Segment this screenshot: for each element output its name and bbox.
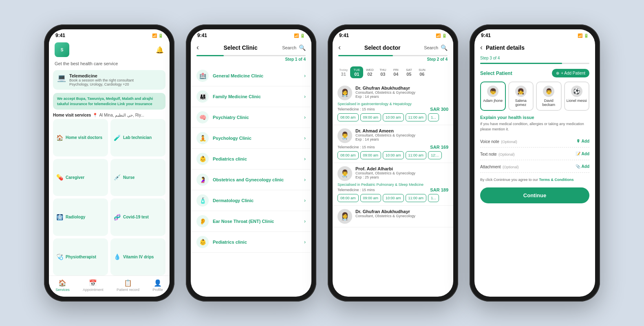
- service-lab[interactable]: 🧪 Lab technician: [110, 119, 165, 156]
- clinic-obstetrics[interactable]: 🤰 Obstetrics and Gynecology clinic ›: [191, 170, 311, 190]
- profile-nav-icon: 👤: [154, 279, 162, 287]
- chevron-icon-9: ›: [304, 239, 306, 245]
- psychology-name: Psychology Clinic: [213, 136, 251, 141]
- text-note-row: Text note (Optional) 📝 Add: [480, 148, 589, 160]
- clinic-family[interactable]: 👨‍👩‍👧 Family Medicine Clinic ›: [191, 86, 311, 107]
- cal-wed[interactable]: WED 02: [363, 66, 376, 78]
- slot[interactable]: 08:00 am: [337, 151, 359, 159]
- clinic-general[interactable]: 🏥 General Medicine Clinic ›: [191, 66, 311, 86]
- slot[interactable]: 09:00 am: [360, 151, 382, 159]
- back-button-4[interactable]: ‹: [480, 43, 483, 52]
- cal-sat[interactable]: SAT 05: [402, 66, 415, 78]
- terms-link[interactable]: Terms & Conditions: [539, 178, 574, 182]
- slot[interactable]: 10:00 am: [383, 151, 404, 159]
- location-bar: Home visit services 📍 Al Mina, حي النظيم…: [49, 111, 170, 119]
- back-button-3[interactable]: ‹: [338, 43, 341, 52]
- clinic-pediatrics-2[interactable]: 👶 Pediatrics clinic ›: [191, 232, 311, 253]
- doctor-avatar-3: 👨‍⚕️: [337, 166, 352, 181]
- service-radiology[interactable]: 🩻 Radiology: [53, 198, 108, 236]
- select-clinic-title: Select Clinic: [223, 44, 257, 51]
- phone-select-clinic: 9:41 📶 🔋 ‹ Select Clinic Search 🔍: [186, 24, 316, 302]
- services-nav-icon: 🏠: [58, 279, 66, 287]
- clinic-ent[interactable]: 👂 Ear Nose Throat (ENT) Clinic ›: [191, 211, 311, 232]
- step-label-3: Step 2 of 4: [338, 57, 448, 62]
- continue-button[interactable]: Continue: [480, 187, 589, 203]
- home-doctors-icon: 🏠: [56, 134, 63, 141]
- cal-sun[interactable]: SUN 06: [415, 66, 428, 78]
- clinic-psychiatry[interactable]: 🧠 Psychiatry Clinic ›: [191, 107, 311, 128]
- cal-today[interactable]: Today 31: [337, 66, 350, 78]
- clinic-dermatology[interactable]: 🧴 Dermatology Clinic ›: [191, 190, 311, 211]
- slot[interactable]: 1...: [428, 194, 439, 202]
- text-note-add[interactable]: 📝 Add: [576, 152, 589, 156]
- time-slots-1: 08:00 am 09:00 am 10:00 am 11:00 am 1...: [337, 113, 448, 121]
- progress-bar-4: [474, 63, 595, 66]
- patient-adam[interactable]: 👦 Adam jhone: [480, 82, 506, 111]
- cal-tue[interactable]: TUE 01: [350, 66, 363, 78]
- attachment-add[interactable]: 📎 Add: [576, 164, 589, 169]
- covid-icon: 🧬: [114, 214, 121, 220]
- slot[interactable]: 11:00 am: [406, 194, 427, 202]
- nav-appointment[interactable]: 📅 Appointment: [83, 279, 104, 292]
- slot[interactable]: 1...: [428, 113, 439, 121]
- slot[interactable]: 11:00 am: [406, 151, 427, 159]
- bell-icon[interactable]: 🔔: [156, 46, 164, 54]
- telemedicine-card[interactable]: 💻 Telemedicine Book a session with the r…: [53, 70, 165, 90]
- patient-name-salena: Salena gomez: [511, 99, 532, 107]
- doctor-list: 👩‍⚕️ Dr. Ghufran Abukhudhayr Consultant,…: [333, 81, 453, 297]
- insurance-link[interactable]: Link your Insurance: [117, 102, 152, 106]
- patient-lionel[interactable]: ⚽ Lionel messi: [564, 82, 590, 111]
- patient-list: 👦 Adam jhone 👧 Salena gomez 👨 David beck…: [474, 80, 595, 112]
- doctor-name-4: Dr. Ghufran Abukhudhayr: [355, 209, 415, 214]
- time-3: 9:41: [339, 33, 349, 38]
- service-home-doctors[interactable]: 🏠 Home visit doctors: [53, 119, 108, 156]
- psychology-icon: 🧘: [196, 132, 209, 144]
- doctor-card-4[interactable]: 👩‍⚕️ Dr. Ghufran Abukhudhayr Consultant,…: [333, 206, 453, 227]
- add-patient-button[interactable]: ⊕ + Add Patient: [552, 69, 589, 77]
- doctor-card-2[interactable]: 👨‍⚕️ Dr. Ahmad Ameen Consultant, Obstetr…: [333, 125, 453, 163]
- general-clinic-icon: 🏥: [196, 70, 209, 82]
- doctor-card-1[interactable]: 👩‍⚕️ Dr. Ghufran Abukhudhayr Consultant,…: [333, 82, 453, 125]
- voice-note-add[interactable]: 🎙 Add: [576, 139, 589, 143]
- note-icon: 📝: [576, 152, 580, 156]
- nav-profile[interactable]: 👤 Profile: [152, 279, 163, 292]
- location-pin-icon: 📍: [93, 113, 97, 117]
- select-doctor-title: Select doctor: [364, 44, 401, 51]
- chevron-icon-7: ›: [304, 198, 306, 203]
- patient-david[interactable]: 👨 David beckam: [536, 82, 562, 111]
- status-bar-1: 9:41 📶 🔋: [49, 29, 170, 40]
- patient-salena[interactable]: 👧 Salena gomez: [508, 82, 534, 111]
- slot[interactable]: 08:00 am: [337, 113, 359, 121]
- nav-patient-record[interactable]: 📋 Patient record: [117, 279, 139, 292]
- cal-thu[interactable]: THU 03: [376, 66, 389, 78]
- service-physio[interactable]: 🩺 Physiotherapist: [53, 238, 108, 275]
- search-icon-2[interactable]: 🔍: [299, 44, 306, 51]
- slot[interactable]: 12:...: [428, 151, 442, 159]
- slot[interactable]: 11:00 am: [406, 113, 427, 121]
- select-clinic-header: ‹ Select Clinic Search 🔍: [191, 40, 311, 55]
- back-button-2[interactable]: ‹: [196, 43, 199, 52]
- ent-icon: 👂: [196, 215, 209, 227]
- doctor-spec-4: Consultant, Obstetrics & Gynecology: [355, 214, 415, 218]
- attachment-row: Attachment (Optional) 📎 Add: [480, 160, 589, 173]
- service-vitamin[interactable]: 💧 Vitamin IV drips: [110, 238, 165, 275]
- cal-fri[interactable]: FRI 04: [389, 66, 402, 78]
- time-1: 9:41: [55, 33, 65, 38]
- tele-price-2: SAR 169: [430, 145, 448, 150]
- sanar-logo[interactable]: S: [55, 42, 69, 57]
- service-caregiver[interactable]: 💊 Caregiver: [53, 159, 108, 196]
- slot[interactable]: 08:00 am: [337, 194, 359, 202]
- status-icons-4: 📶 🔋: [578, 33, 589, 38]
- doctor-tags-1: Specialised in gastroenterology & Hepato…: [337, 102, 448, 106]
- search-icon-3[interactable]: 🔍: [441, 44, 448, 51]
- slot[interactable]: 10:00 am: [383, 194, 404, 202]
- service-nurse[interactable]: 💉 Nurse: [110, 159, 165, 196]
- nav-services[interactable]: 🏠 Services: [55, 279, 70, 292]
- clinic-pediatrics[interactable]: 👶 Pediatrics clinic ›: [191, 149, 311, 170]
- slot[interactable]: 10:00 am: [383, 113, 404, 121]
- slot[interactable]: 09:00 am: [360, 113, 382, 121]
- doctor-card-3[interactable]: 👨‍⚕️ Prof. Adel Alharbi Consultant, Obst…: [333, 163, 453, 206]
- service-covid[interactable]: 🧬 Covid-19 test: [110, 198, 165, 236]
- slot[interactable]: 09:00 am: [360, 194, 382, 202]
- clinic-psychology[interactable]: 🧘 Psychology Clinic ›: [191, 128, 311, 149]
